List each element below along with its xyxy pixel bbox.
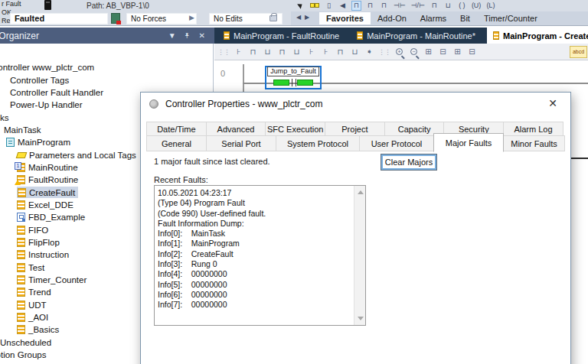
dialog-title: Controller Properties - www_plctr_com — [165, 99, 322, 109]
go-online-arrow-icon[interactable]: ➧ — [364, 46, 375, 57]
branch-open-button[interactable]: ⊓ — [430, 1, 439, 11]
tab-project[interactable]: Project — [325, 122, 385, 136]
instruction-tab-favorites[interactable]: Favorites — [319, 12, 371, 24]
select-cursor-icon[interactable] — [296, 1, 305, 11]
contact-bracket — [292, 79, 292, 86]
ladder-routine-icon — [17, 226, 25, 235]
otu-button[interactable]: (U) — [471, 1, 482, 11]
zoom-out-icon[interactable]: − — [408, 46, 420, 57]
branch-button[interactable]: ⊓ — [365, 1, 375, 11]
xic-button[interactable]: ⊣⊢ — [393, 1, 407, 11]
tags-icon — [16, 152, 28, 158]
faults-scrollbar[interactable] — [354, 186, 365, 325]
tab-scroll-left-icon[interactable]: ◀ — [296, 14, 301, 21]
rung-delete-icon[interactable]: ⊔ — [262, 46, 273, 57]
recent-faults-textbox[interactable]: 10.05.2021 04:23:17 (Type 04) Program Fa… — [154, 185, 366, 326]
controller-status-line-1: r Fault — [2, 0, 38, 8]
toolbar-grip[interactable]: ⋮⋮ — [378, 48, 390, 56]
instruction-tab-bit[interactable]: Bit — [453, 12, 477, 24]
ladder-tab-icon — [357, 31, 363, 40]
tab-serial-port[interactable]: Serial Port — [206, 135, 276, 151]
wrap-tags-icon[interactable]: ⊞ — [452, 46, 463, 57]
organizer-title: Controller Organizer — [0, 31, 39, 41]
dialog-title-bar[interactable]: Controller Properties - www_plctr_com — [141, 93, 570, 115]
fault-routine-icon — [17, 175, 25, 184]
xic-contact-energized[interactable] — [273, 80, 289, 86]
fbd-routine-icon — [17, 213, 25, 222]
test-edits-icon[interactable]: ⊔ — [349, 46, 361, 57]
tab-advanced[interactable]: Advanced — [206, 122, 266, 136]
controller-mode-dropdown[interactable]: Faulted — [10, 13, 108, 24]
ladder-toolbar: ⋮⋮ ⊦ ⊓ ⊔ ⊓ ⊔ ⊦ ⊦ ⊓ ⊔ ➧ ⋮⋮ + − ⊞ ⊟ ⊞ ⊟ ab… — [214, 44, 588, 60]
ladder-routine-icon — [17, 301, 25, 310]
scroll-left-icon[interactable]: ◀ — [338, 1, 348, 11]
clipboard-icon[interactable]: ▯ — [324, 1, 334, 11]
tab-mainroutine[interactable]: MainProgram - MainRoutine* — [351, 28, 482, 44]
contact-bracket — [296, 79, 296, 86]
organizer-close-icon[interactable]: ✕ — [199, 31, 205, 40]
branch-close-button[interactable]: ⊔ — [443, 1, 453, 11]
verify-rung-icon[interactable]: ⊦ — [233, 46, 244, 57]
rung-button[interactable]: ⊓ — [351, 1, 361, 11]
otl-button[interactable]: (L) — [485, 1, 495, 11]
scroll-down-icon[interactable] — [358, 317, 364, 320]
forces-dropdown[interactable]: No Forces — [126, 13, 197, 24]
ladder-routine-icon — [17, 250, 25, 259]
instruction-tab-addon[interactable]: Add-On — [371, 12, 413, 24]
tab-scroll-right-icon[interactable]: ▶ — [305, 14, 309, 21]
scroll-up-icon[interactable] — [358, 190, 364, 194]
text-format-icon[interactable]: abcd — [570, 46, 587, 58]
instruction-tab-alarms[interactable]: Alarms — [413, 12, 453, 24]
organizer-menu-icon[interactable]: ▼ — [168, 31, 176, 40]
controller-flag-icon — [44, 0, 51, 10]
clear-majors-button[interactable]: Clear Majors — [381, 154, 437, 171]
tab-sfc-execution[interactable]: SFC Execution — [265, 122, 325, 136]
tree-item-controller-tags[interactable]: Controller Tags — [0, 73, 213, 86]
forces-arrow-icon[interactable]: ▶ — [189, 14, 194, 21]
tab-faultroutine[interactable]: MainProgram - FaultRoutine — [217, 28, 345, 44]
tab-minor-faults[interactable]: Minor Faults — [503, 135, 565, 151]
branch-view-icon[interactable]: ⊟ — [437, 46, 449, 57]
tab-major-faults[interactable]: Major Faults — [433, 133, 504, 152]
accept-rung-icon[interactable]: ⊓ — [276, 46, 288, 57]
contact-tag-name[interactable]: Jump_to_Fault — [267, 67, 319, 76]
ote-button[interactable]: ( ) — [457, 1, 467, 11]
tab-createfault[interactable]: MainProgram - CreateFault — [487, 28, 588, 44]
comm-path-label: Path: AB_VBP-1\0 — [87, 2, 149, 10]
tab-general[interactable]: General — [146, 135, 207, 151]
instruction-tab-timer-counter[interactable]: Timer/Counter — [477, 12, 544, 24]
grid-view-icon[interactable]: ⊞ — [423, 46, 434, 57]
organizer-pin-icon[interactable]: 🖈 — [184, 31, 191, 40]
fault-details-text: 10.05.2021 04:23:17 (Type 04) Program Fa… — [158, 188, 352, 323]
controller-properties-icon — [149, 99, 158, 109]
start-edits-icon[interactable]: ⊦ — [305, 46, 317, 57]
rung-number[interactable]: 0 — [220, 69, 225, 78]
tab-system-protocol[interactable]: System Protocol — [276, 135, 360, 151]
xic-contact-energized[interactable] — [297, 80, 313, 86]
program-icon — [6, 138, 15, 147]
rung-wire-segment — [571, 158, 588, 159]
finalize-edits-icon[interactable]: ⊦ — [320, 46, 332, 57]
edits-lock-icon — [270, 15, 277, 21]
ladder-routine-icon — [18, 188, 26, 197]
branch-level-button[interactable]: ⊓ — [379, 1, 389, 11]
tab-user-protocol[interactable]: User Protocol — [359, 135, 434, 151]
tab-alarm-log[interactable]: Alarm Log — [503, 122, 564, 136]
toolbar-grip[interactable]: ⋮⋮ — [217, 48, 230, 56]
zoom-in-icon[interactable]: + — [394, 46, 405, 57]
ladder-tab-icon — [493, 31, 499, 40]
show-rung-comments-icon[interactable]: ⊟ — [466, 46, 478, 57]
assemble-edits-icon[interactable]: ⊓ — [335, 46, 346, 57]
editor-tab-bar: MainProgram - FaultRoutine MainProgram -… — [214, 28, 588, 44]
top-status-bar: r Fault OK Responding Path: AB_VBP-1\0 F… — [0, 0, 588, 26]
organizer-title-bar: Controller Organizer ▼ 🖈 ✕ — [0, 28, 214, 44]
ladder-routine-icon — [17, 238, 25, 247]
tree-item-controller[interactable]: Controller www_plctr_com — [0, 61, 213, 73]
cancel-rung-icon[interactable]: ⊔ — [291, 46, 302, 57]
dialog-close-icon[interactable]: ✕ — [546, 97, 560, 109]
bookmark-icon[interactable] — [309, 1, 320, 11]
tab-date-time[interactable]: Date/Time — [146, 122, 207, 136]
xio-button[interactable]: ⊣/⊢ — [410, 1, 426, 11]
ladder-routine-icon — [17, 200, 25, 210]
rung-edit-icon[interactable]: ⊓ — [247, 46, 259, 57]
